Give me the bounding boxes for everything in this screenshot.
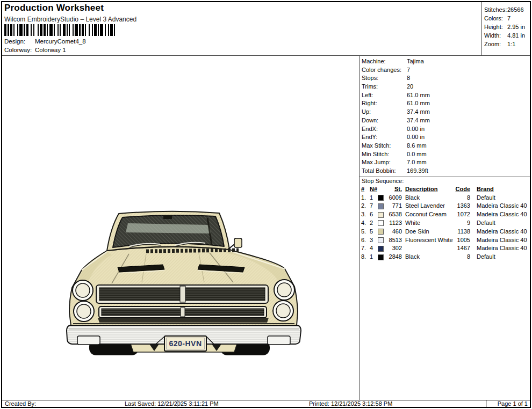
colorway-value: Colorway 1 bbox=[35, 47, 66, 53]
seq-description: Black bbox=[402, 253, 455, 261]
stat-row-value: 2.95 in bbox=[507, 24, 525, 30]
info-row-label: Up: bbox=[362, 108, 407, 116]
stop-sequence-row: 8.12848Black8Default bbox=[361, 253, 530, 261]
info-row-value: 37.4 mm bbox=[407, 108, 430, 115]
seq-brand: Madeira Classic 40 bbox=[470, 202, 527, 210]
seq-num: 4. bbox=[361, 219, 370, 228]
colorway-label: Colorway: bbox=[4, 47, 35, 53]
stat-row-value: 4.81 in bbox=[507, 32, 525, 39]
info-row-label: Color changes: bbox=[362, 66, 407, 75]
stat-row-label: Stitches: bbox=[484, 5, 507, 14]
info-row-label: Trims: bbox=[362, 83, 407, 91]
thread-color-swatch bbox=[378, 212, 384, 218]
design-value: MercuryComet4_8 bbox=[35, 38, 86, 45]
footer: Created By: Last Saved: 12/21/2025 3:11:… bbox=[2, 400, 530, 407]
app-version-subtitle: Wilcom EmbroideryStudio – Level 3 Advanc… bbox=[4, 16, 136, 23]
info-row: Stops:8 bbox=[362, 74, 530, 83]
stat-row-label: Height: bbox=[484, 23, 507, 31]
seq-brand: Madeira Classic 40 bbox=[470, 244, 527, 253]
stat-row: Stitches:26566 bbox=[484, 5, 529, 14]
machine-info-rows: Machine:TajimaColor changes:7Stops:8Trim… bbox=[360, 56, 530, 176]
design-row: Design:MercuryComet4_8 bbox=[4, 38, 86, 45]
info-row-value: 0.0 mm bbox=[407, 151, 427, 157]
seq-stitch-num: 771 bbox=[385, 202, 402, 210]
machine-info-panel: Machine:TajimaColor changes:7Stops:8Trim… bbox=[360, 56, 530, 400]
seq-stitch-num: 302 bbox=[385, 244, 402, 253]
info-row-value: 8 bbox=[407, 75, 410, 81]
stat-row-label: Colors: bbox=[484, 14, 507, 23]
seq-thread-num: 1 bbox=[370, 253, 378, 261]
info-row-value: 7.0 mm bbox=[407, 159, 427, 165]
info-row: Max Stitch:8.6 mm bbox=[362, 142, 530, 150]
col-description: Description bbox=[402, 185, 455, 194]
footer-created-by: Created By: bbox=[5, 400, 36, 407]
seq-code: 8 bbox=[455, 194, 470, 202]
seq-code: 8 bbox=[455, 253, 470, 261]
bumper-guard-right bbox=[268, 336, 290, 345]
col-num: # bbox=[361, 185, 370, 194]
swatch-cell bbox=[378, 212, 385, 218]
seq-num: 2. bbox=[361, 202, 370, 210]
col-thread: N# bbox=[370, 185, 378, 194]
footer-separator bbox=[177, 400, 178, 407]
swatch-cell bbox=[378, 246, 385, 252]
design-label: Design: bbox=[4, 38, 35, 45]
info-row: EndX:0.00 in bbox=[362, 125, 530, 134]
production-worksheet-page: Production Worksheet Wilcom EmbroiderySt… bbox=[0, 0, 532, 409]
grille-shadow bbox=[98, 318, 269, 323]
footer-last-saved: Last Saved: 12/21/2025 3:11:21 PM bbox=[125, 400, 219, 407]
stop-sequence-rows: 1.16009Black8Default2.7771Steel Lavender… bbox=[361, 194, 530, 261]
info-row: EndY:0.00 in bbox=[362, 133, 530, 142]
info-row-label: Down: bbox=[362, 116, 407, 125]
stop-sequence-table: # N# St. Description Code Brand 1.16009B… bbox=[360, 185, 530, 261]
swatch-cell bbox=[378, 203, 385, 209]
seq-thread-num: 7 bbox=[370, 202, 378, 210]
info-row-label: Total Bobbin: bbox=[362, 167, 407, 176]
license-plate: 620-HVN bbox=[164, 336, 206, 351]
seq-description: Coconut Cream bbox=[402, 210, 455, 219]
rearview-mirror bbox=[163, 215, 172, 219]
car-embroidery-illustration: 620-HVN bbox=[66, 207, 302, 360]
barcode-gap bbox=[115, 24, 117, 36]
seq-stitch-num: 8513 bbox=[385, 236, 402, 245]
seq-brand: Madeira Classic 40 bbox=[470, 210, 527, 219]
design-barcode bbox=[4, 24, 119, 36]
thread-color-swatch bbox=[378, 237, 384, 243]
info-row-value: 7 bbox=[407, 67, 410, 73]
info-row-label: Max Jump: bbox=[362, 158, 407, 167]
seq-brand: Default bbox=[470, 219, 495, 228]
swatch-cell bbox=[378, 220, 385, 226]
seq-stitch-num: 6538 bbox=[385, 210, 402, 219]
info-row-label: Stops: bbox=[362, 74, 407, 83]
seq-num: 3. bbox=[361, 210, 370, 219]
thread-color-swatch bbox=[378, 220, 384, 226]
col-st: St. bbox=[385, 185, 402, 194]
info-row: Right:61.0 mm bbox=[362, 99, 530, 108]
grille-upper bbox=[96, 285, 268, 303]
col-brand: Brand bbox=[470, 185, 494, 194]
info-row: Left:61.0 mm bbox=[362, 91, 530, 100]
seq-thread-num: 6 bbox=[370, 210, 378, 219]
stop-sequence-row: 1.16009Black8Default bbox=[361, 194, 530, 202]
stat-row: Height:2.95 in bbox=[484, 23, 529, 31]
stop-sequence-row: 2.7771Steel Lavender1363Madeira Classic … bbox=[361, 202, 530, 210]
swatch-cell bbox=[378, 237, 385, 243]
info-row-value: 0.00 in bbox=[407, 126, 425, 132]
info-row: Color changes:7 bbox=[362, 66, 530, 75]
license-plate-text: 620-HVN bbox=[169, 339, 202, 348]
thread-color-swatch bbox=[378, 229, 384, 235]
seq-brand: Default bbox=[470, 194, 495, 202]
colorway-row: Colorway:Colorway 1 bbox=[4, 47, 66, 53]
side-mirror bbox=[228, 238, 242, 249]
info-row-value: 8.6 mm bbox=[407, 142, 427, 149]
stat-row: Width:4.81 in bbox=[484, 31, 529, 40]
thread-color-swatch bbox=[378, 203, 384, 209]
thread-color-swatch bbox=[378, 246, 384, 252]
stat-row: Colors:7 bbox=[484, 14, 529, 23]
info-row: Max Jump:7.0 mm bbox=[362, 158, 530, 167]
seq-description: Black bbox=[402, 194, 455, 202]
footer-page-number: Page 1 of 1 bbox=[498, 400, 528, 407]
seq-description: White bbox=[402, 219, 455, 228]
seq-code: 1005 bbox=[455, 236, 470, 245]
seq-code: 1467 bbox=[455, 244, 470, 253]
